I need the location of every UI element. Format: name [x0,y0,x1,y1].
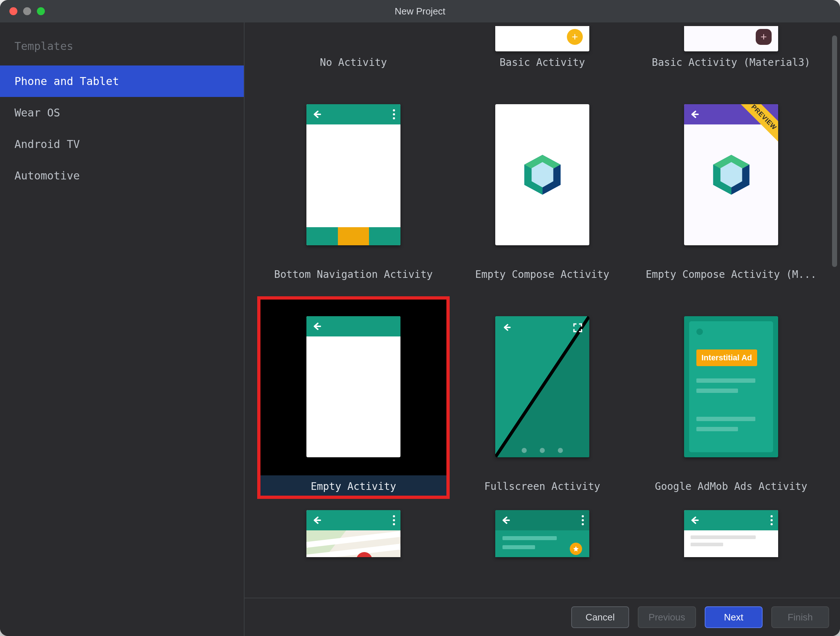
template-card-detail[interactable] [637,510,826,557]
template-card-no-activity[interactable]: No Activity [259,22,448,73]
template-card-empty-compose[interactable]: Empty Compose Activity [448,86,637,285]
sidebar-item-label: Android TV [14,138,80,150]
sidebar-item-label: Wear OS [14,106,60,119]
template-label: Fullscreen Activity [448,475,637,497]
template-card-bottom-navigation[interactable]: Bottom Navigation Activity [259,86,448,285]
template-label: Empty Compose Activity (M... [637,264,826,285]
template-card-basic-activity-m3[interactable]: + Basic Activity (Material3) [637,22,826,73]
template-thumbnail: + [448,22,637,51]
template-card-maps[interactable] [259,510,448,557]
close-window-icon[interactable] [9,7,17,15]
sidebar-item-label: Automotive [14,169,80,182]
sidebar-item-label: Phone and Tablet [14,75,119,88]
overflow-menu-icon [581,515,584,525]
template-thumbnail: PREVIEW [637,86,826,264]
template-thumbnail: Interstitial Ad [637,298,826,475]
zoom-window-icon[interactable] [37,7,45,15]
back-arrow-icon [689,109,699,119]
title-bar: New Project [0,0,840,22]
dialog-body: Templates Phone and Tablet Wear OS Andro… [0,22,840,636]
thumb-appbar [495,510,589,530]
previous-button[interactable]: Previous [638,606,696,628]
compose-logo-icon [523,155,561,195]
template-label: Google AdMob Ads Activity [637,475,826,497]
thumb-appbar [306,316,401,336]
template-card-login[interactable] [448,510,637,557]
nav-dots-icon [495,448,589,453]
finish-button[interactable]: Finish [771,606,829,628]
template-thumbnail [259,86,448,264]
template-thumbnail [448,86,637,264]
compose-logo-icon [712,155,750,195]
overflow-menu-icon [393,515,395,525]
ad-badge: Interstitial Ad [696,349,757,366]
overflow-menu-icon [770,515,773,525]
template-label: Empty Compose Activity [448,264,637,285]
template-thumbnail [448,510,637,557]
template-label: Basic Activity (Material3) [637,51,826,73]
template-label: Bottom Navigation Activity [259,264,448,285]
template-card-empty-activity[interactable]: Empty Activity [259,298,448,497]
thumb-appbar [306,104,401,125]
template-thumbnail: + [637,22,826,51]
sidebar-item-wear-os[interactable]: Wear OS [0,97,244,128]
minimize-window-icon[interactable] [23,7,31,15]
template-card-admob-ads[interactable]: Interstitial Ad Google AdMob Ads Activit… [637,298,826,497]
back-arrow-icon [500,515,510,525]
star-fab-icon [570,543,582,555]
template-label: Basic Activity [448,51,637,73]
sidebar-item-android-tv[interactable]: Android TV [0,128,244,160]
back-arrow-icon [311,515,322,525]
fab-plus-icon: + [756,29,772,45]
back-arrow-icon [689,515,699,525]
dialog-window: New Project Templates Phone and Tablet W… [0,0,840,636]
template-card-empty-compose-m3[interactable]: PREVIEW Empty Compose Activity [637,86,826,285]
template-thumbnail [448,298,637,475]
template-thumbnail [637,510,826,557]
template-thumbnail [259,510,448,557]
templates-sidebar: Templates Phone and Tablet Wear OS Andro… [0,22,245,636]
fullscreen-icon [573,323,583,333]
back-arrow-icon [311,321,322,331]
map-preview-icon [306,530,401,557]
template-card-basic-activity[interactable]: + Basic Activity [448,22,637,73]
thumb-appbar [306,510,401,530]
thumb-appbar [684,510,778,530]
template-thumbnail [259,22,448,51]
next-button[interactable]: Next [705,606,763,628]
template-gallery-panel: No Activity + Basic Activity [245,22,840,636]
gallery-scrollbar[interactable] [831,22,838,598]
template-card-fullscreen-activity[interactable]: Fullscreen Activity [448,298,637,497]
back-arrow-icon [502,323,511,332]
sidebar-item-phone-and-tablet[interactable]: Phone and Tablet [0,65,244,97]
template-grid: No Activity + Basic Activity [259,22,826,557]
template-thumbnail [259,298,448,475]
ad-dot-icon [696,328,703,335]
back-arrow-icon [311,109,322,119]
fab-plus-icon: + [567,29,583,45]
thumb-bottom-nav [306,227,401,245]
template-label: No Activity [259,51,448,73]
template-gallery[interactable]: No Activity + Basic Activity [245,22,840,598]
traffic-lights [9,7,45,15]
sidebar-item-automotive[interactable]: Automotive [0,160,244,191]
sidebar-header: Templates [0,40,244,65]
template-label: Empty Activity [259,475,448,497]
window-title: New Project [0,6,840,17]
scrollbar-thumb[interactable] [832,35,837,267]
overflow-menu-icon [393,109,395,119]
cancel-button[interactable]: Cancel [571,606,629,628]
dialog-footer: Cancel Previous Next Finish [245,598,840,636]
